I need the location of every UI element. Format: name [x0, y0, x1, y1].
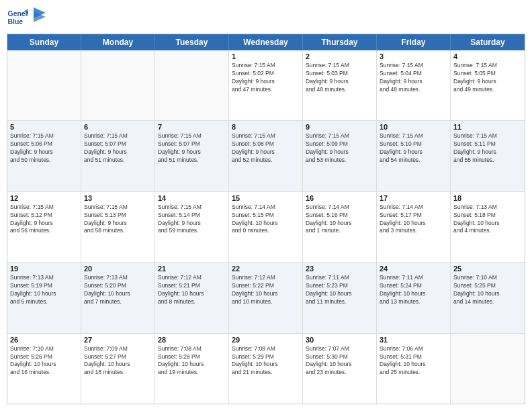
day-info: Sunrise: 7:11 AM Sunset: 5:23 PM Dayligh… — [306, 274, 373, 306]
day-info: Sunrise: 7:15 AM Sunset: 5:03 PM Dayligh… — [306, 62, 373, 94]
day-info: Sunrise: 7:13 AM Sunset: 5:20 PM Dayligh… — [84, 274, 152, 306]
day-info: Sunrise: 7:10 AM Sunset: 5:25 PM Dayligh… — [453, 274, 522, 306]
calendar: SundayMondayTuesdayWednesdayThursdayFrid… — [7, 34, 525, 404]
weekday-header: Friday — [377, 34, 451, 50]
calendar-day-cell: 31Sunrise: 7:06 AM Sunset: 5:31 PM Dayli… — [377, 334, 451, 404]
calendar-body: 1Sunrise: 7:15 AM Sunset: 5:02 PM Daylig… — [7, 50, 525, 404]
day-number: 18 — [453, 194, 522, 202]
day-info: Sunrise: 7:07 AM Sunset: 5:30 PM Dayligh… — [306, 345, 373, 377]
day-number: 14 — [158, 194, 226, 202]
calendar-day-cell: 22Sunrise: 7:12 AM Sunset: 5:22 PM Dayli… — [229, 263, 303, 332]
day-number: 27 — [84, 336, 152, 344]
weekday-header: Sunday — [7, 34, 81, 50]
day-info: Sunrise: 7:11 AM Sunset: 5:24 PM Dayligh… — [380, 274, 447, 306]
day-info: Sunrise: 7:15 AM Sunset: 5:08 PM Dayligh… — [232, 132, 300, 165]
day-number: 22 — [232, 265, 300, 273]
day-number: 1 — [232, 52, 300, 60]
day-number: 8 — [232, 123, 300, 131]
day-info: Sunrise: 7:06 AM Sunset: 5:31 PM Dayligh… — [380, 345, 447, 377]
weekday-header: Saturday — [451, 34, 525, 50]
calendar-day-cell: 9Sunrise: 7:15 AM Sunset: 5:09 PM Daylig… — [303, 121, 377, 191]
day-number: 5 — [10, 123, 78, 131]
day-number: 6 — [84, 123, 152, 131]
calendar-day-cell: 29Sunrise: 7:08 AM Sunset: 5:29 PM Dayli… — [229, 334, 303, 404]
day-number: 4 — [453, 52, 522, 60]
weekday-header: Thursday — [303, 34, 377, 50]
day-number: 25 — [453, 265, 522, 273]
day-info: Sunrise: 7:15 AM Sunset: 5:11 PM Dayligh… — [453, 132, 522, 165]
empty-cell — [81, 50, 155, 120]
day-info: Sunrise: 7:15 AM Sunset: 5:07 PM Dayligh… — [84, 132, 152, 165]
calendar-day-cell: 6Sunrise: 7:15 AM Sunset: 5:07 PM Daylig… — [81, 121, 155, 191]
calendar-day-cell: 10Sunrise: 7:15 AM Sunset: 5:10 PM Dayli… — [377, 121, 451, 191]
calendar-day-cell: 7Sunrise: 7:15 AM Sunset: 5:07 PM Daylig… — [155, 121, 229, 191]
day-number: 20 — [84, 265, 152, 273]
calendar-header: SundayMondayTuesdayWednesdayThursdayFrid… — [7, 34, 525, 50]
day-number: 7 — [158, 123, 226, 131]
calendar-day-cell: 5Sunrise: 7:15 AM Sunset: 5:06 PM Daylig… — [7, 121, 81, 191]
day-info: Sunrise: 7:15 AM Sunset: 5:05 PM Dayligh… — [453, 62, 522, 94]
day-info: Sunrise: 7:12 AM Sunset: 5:22 PM Dayligh… — [232, 274, 300, 306]
calendar-day-cell: 30Sunrise: 7:07 AM Sunset: 5:30 PM Dayli… — [303, 334, 377, 404]
day-info: Sunrise: 7:15 AM Sunset: 5:10 PM Dayligh… — [380, 132, 447, 165]
day-info: Sunrise: 7:14 AM Sunset: 5:17 PM Dayligh… — [380, 203, 447, 236]
weekday-header: Wednesday — [229, 34, 303, 50]
empty-cell — [451, 334, 525, 404]
calendar-week-row: 12Sunrise: 7:15 AM Sunset: 5:12 PM Dayli… — [7, 192, 525, 263]
calendar-day-cell: 8Sunrise: 7:15 AM Sunset: 5:08 PM Daylig… — [229, 121, 303, 191]
calendar-day-cell: 14Sunrise: 7:15 AM Sunset: 5:14 PM Dayli… — [155, 192, 229, 262]
day-number: 31 — [380, 336, 447, 344]
logo: General Blue — [7, 7, 46, 28]
day-info: Sunrise: 7:10 AM Sunset: 5:26 PM Dayligh… — [10, 345, 78, 377]
calendar-week-row: 19Sunrise: 7:13 AM Sunset: 5:19 PM Dayli… — [7, 263, 525, 333]
day-info: Sunrise: 7:13 AM Sunset: 5:18 PM Dayligh… — [453, 203, 522, 236]
day-number: 3 — [380, 52, 447, 60]
day-number: 12 — [10, 194, 78, 202]
day-number: 28 — [158, 336, 226, 344]
calendar-day-cell: 26Sunrise: 7:10 AM Sunset: 5:26 PM Dayli… — [7, 334, 81, 404]
calendar-day-cell: 1Sunrise: 7:15 AM Sunset: 5:02 PM Daylig… — [229, 50, 303, 120]
empty-cell — [155, 50, 229, 120]
day-number: 17 — [380, 194, 447, 202]
calendar-day-cell: 17Sunrise: 7:14 AM Sunset: 5:17 PM Dayli… — [377, 192, 451, 262]
calendar-day-cell: 13Sunrise: 7:15 AM Sunset: 5:13 PM Dayli… — [81, 192, 155, 262]
calendar-day-cell: 16Sunrise: 7:14 AM Sunset: 5:16 PM Dayli… — [303, 192, 377, 262]
day-info: Sunrise: 7:15 AM Sunset: 5:09 PM Dayligh… — [306, 132, 373, 165]
calendar-day-cell: 27Sunrise: 7:09 AM Sunset: 5:27 PM Dayli… — [81, 334, 155, 404]
calendar-day-cell: 15Sunrise: 7:14 AM Sunset: 5:15 PM Dayli… — [229, 192, 303, 262]
svg-text:Blue: Blue — [8, 18, 24, 26]
day-number: 24 — [380, 265, 447, 273]
day-info: Sunrise: 7:15 AM Sunset: 5:13 PM Dayligh… — [84, 203, 152, 236]
day-number: 21 — [158, 265, 226, 273]
day-info: Sunrise: 7:08 AM Sunset: 5:28 PM Dayligh… — [158, 345, 226, 377]
calendar-day-cell: 25Sunrise: 7:10 AM Sunset: 5:25 PM Dayli… — [451, 263, 525, 332]
day-info: Sunrise: 7:15 AM Sunset: 5:14 PM Dayligh… — [158, 203, 226, 236]
calendar-day-cell: 19Sunrise: 7:13 AM Sunset: 5:19 PM Dayli… — [7, 263, 81, 332]
calendar-week-row: 5Sunrise: 7:15 AM Sunset: 5:06 PM Daylig… — [7, 121, 525, 191]
day-info: Sunrise: 7:14 AM Sunset: 5:16 PM Dayligh… — [306, 203, 373, 236]
calendar-week-row: 1Sunrise: 7:15 AM Sunset: 5:02 PM Daylig… — [7, 50, 525, 121]
day-number: 11 — [453, 123, 522, 131]
day-info: Sunrise: 7:15 AM Sunset: 5:02 PM Dayligh… — [232, 62, 300, 94]
day-number: 29 — [232, 336, 300, 344]
calendar-day-cell: 11Sunrise: 7:15 AM Sunset: 5:11 PM Dayli… — [451, 121, 525, 191]
header: General Blue — [7, 7, 525, 28]
day-number: 9 — [306, 123, 373, 131]
day-info: Sunrise: 7:12 AM Sunset: 5:21 PM Dayligh… — [158, 274, 226, 306]
day-info: Sunrise: 7:15 AM Sunset: 5:12 PM Dayligh… — [10, 203, 78, 236]
calendar-day-cell: 12Sunrise: 7:15 AM Sunset: 5:12 PM Dayli… — [7, 192, 81, 262]
page: General Blue SundayMondayTuesdayWednesda… — [0, 0, 532, 411]
calendar-week-row: 26Sunrise: 7:10 AM Sunset: 5:26 PM Dayli… — [7, 334, 525, 404]
calendar-day-cell: 2Sunrise: 7:15 AM Sunset: 5:03 PM Daylig… — [303, 50, 377, 120]
day-info: Sunrise: 7:09 AM Sunset: 5:27 PM Dayligh… — [84, 345, 152, 377]
day-info: Sunrise: 7:08 AM Sunset: 5:29 PM Dayligh… — [232, 345, 300, 377]
day-info: Sunrise: 7:15 AM Sunset: 5:04 PM Dayligh… — [380, 62, 447, 94]
day-number: 15 — [232, 194, 300, 202]
calendar-day-cell: 24Sunrise: 7:11 AM Sunset: 5:24 PM Dayli… — [377, 263, 451, 332]
day-number: 30 — [306, 336, 373, 344]
day-number: 13 — [84, 194, 152, 202]
logo-arrow-icon — [34, 7, 46, 22]
calendar-day-cell: 28Sunrise: 7:08 AM Sunset: 5:28 PM Dayli… — [155, 334, 229, 404]
day-number: 2 — [306, 52, 373, 60]
calendar-day-cell: 23Sunrise: 7:11 AM Sunset: 5:23 PM Dayli… — [303, 263, 377, 332]
